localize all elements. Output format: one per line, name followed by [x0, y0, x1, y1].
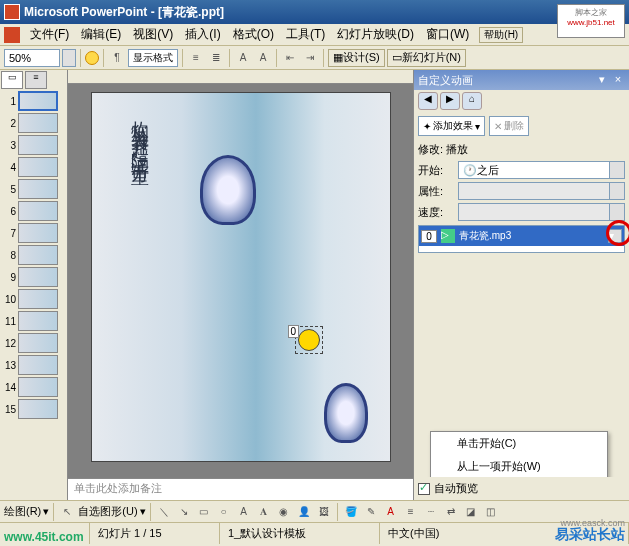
- menu-format[interactable]: 格式(O): [227, 26, 280, 43]
- context-menu: 单击开始(C) 从上一项开始(W) 🕐从上一项之后开始(A) 效果选项(E)..…: [430, 431, 608, 477]
- picture-icon[interactable]: 🖼: [315, 503, 333, 521]
- thumbnail-row[interactable]: 14: [0, 376, 67, 398]
- thumbnail-row[interactable]: 15: [0, 398, 67, 420]
- thumbnail-row[interactable]: 13: [0, 354, 67, 376]
- slide-canvas[interactable]: 炊烟袅袅升起 隔江千万里 0: [91, 92, 391, 462]
- thumbnail-row[interactable]: 10: [0, 288, 67, 310]
- auto-preview-checkbox[interactable]: [418, 483, 430, 495]
- audio-object[interactable]: [298, 329, 320, 351]
- vase-image-1: [200, 155, 256, 225]
- line-style-icon[interactable]: ≡: [402, 503, 420, 521]
- animation-item[interactable]: 0 ▷ 青花瓷.mp3 ▾: [419, 226, 624, 246]
- menu-slideshow[interactable]: 幻灯片放映(D): [331, 26, 420, 43]
- menu-window[interactable]: 窗口(W): [420, 26, 475, 43]
- draw-menu[interactable]: 绘图(R): [4, 504, 41, 519]
- toolbar: 50% ¶ 显示格式 ≡ ≣ A A ⇤ ⇥ ▦ 设计(S) ▭ 新幻灯片(N): [0, 46, 629, 70]
- menubar-icon: [4, 27, 20, 43]
- watermark-overlay: 脚本之家 www.jb51.net: [557, 4, 625, 38]
- thumbnail-row[interactable]: 11: [0, 310, 67, 332]
- arrow-style-icon[interactable]: ⇄: [442, 503, 460, 521]
- footer-left-url: www.45it.com: [4, 530, 84, 544]
- slide-poem-text: 炊烟袅袅升起 隔江千万里: [128, 107, 152, 160]
- arrow-icon[interactable]: ↘: [175, 503, 193, 521]
- textbox-icon[interactable]: A: [235, 503, 253, 521]
- task-pane-nav: ◀ ▶ ⌂: [414, 90, 629, 112]
- line-icon[interactable]: ＼: [155, 503, 173, 521]
- fill-color-icon[interactable]: 🪣: [342, 503, 360, 521]
- menu-edit[interactable]: 编辑(E): [75, 26, 127, 43]
- nav-forward-icon[interactable]: ▶: [440, 92, 460, 110]
- menu-view[interactable]: 视图(V): [127, 26, 179, 43]
- autoshapes-menu[interactable]: 自选图形(U): [78, 504, 137, 519]
- thumbnail-row[interactable]: 6: [0, 200, 67, 222]
- zoom-combo[interactable]: 50%: [4, 49, 60, 67]
- highlight-circle-icon: [606, 220, 629, 246]
- footer-brand: 易采站长站: [555, 526, 625, 544]
- taskpane-close[interactable]: ×: [611, 73, 625, 87]
- delete-effect-button[interactable]: ✕ 删除: [489, 116, 529, 136]
- slide-editor: 炊烟袅袅升起 隔江千万里 0 单击此处添加备注: [68, 70, 413, 500]
- font-color-icon[interactable]: A: [382, 503, 400, 521]
- new-slide-button[interactable]: ▭ 新幻灯片(N): [387, 49, 466, 67]
- title-bar: Microsoft PowerPoint - [青花瓷.ppt] _ □ ×: [0, 0, 629, 24]
- line-color-icon[interactable]: ✎: [362, 503, 380, 521]
- app-icon: [4, 4, 20, 20]
- add-effect-button[interactable]: ✦ 添加效果 ▾: [418, 116, 485, 136]
- taskpane-dropdown[interactable]: ▾: [595, 73, 609, 87]
- wordart-icon[interactable]: 𝐀: [255, 503, 273, 521]
- rect-icon[interactable]: ▭: [195, 503, 213, 521]
- vase-image-2: [324, 383, 368, 443]
- 3d-icon[interactable]: ◫: [482, 503, 500, 521]
- cm-click-start[interactable]: 单击开始(C): [431, 432, 607, 455]
- outline-tab[interactable]: ≡: [25, 71, 47, 89]
- thumbnail-row[interactable]: 1: [0, 90, 67, 112]
- thumbnail-row[interactable]: 4: [0, 156, 67, 178]
- speed-label: 速度:: [418, 205, 458, 220]
- font-small-icon[interactable]: A: [254, 49, 272, 67]
- demote-icon[interactable]: ⇥: [301, 49, 319, 67]
- menu-insert[interactable]: 插入(I): [179, 26, 226, 43]
- shadow-icon[interactable]: ◪: [462, 503, 480, 521]
- show-format-icon[interactable]: ¶: [108, 49, 126, 67]
- thumbnail-row[interactable]: 8: [0, 244, 67, 266]
- property-label: 属性:: [418, 184, 458, 199]
- pointer-icon[interactable]: ↖: [58, 503, 76, 521]
- numlist-icon[interactable]: ≣: [207, 49, 225, 67]
- design-button[interactable]: ▦ 设计(S): [328, 49, 385, 67]
- menu-help-input[interactable]: 帮助(H): [479, 27, 523, 43]
- thumbnail-row[interactable]: 12: [0, 332, 67, 354]
- status-template: 1_默认设计模板: [220, 523, 380, 544]
- bullets-icon[interactable]: ≡: [187, 49, 205, 67]
- thumbnail-row[interactable]: 2: [0, 112, 67, 134]
- promote-icon[interactable]: ⇤: [281, 49, 299, 67]
- menu-tools[interactable]: 工具(T): [280, 26, 331, 43]
- thumbnail-row[interactable]: 9: [0, 266, 67, 288]
- thumbnails-panel: ▭ ≡ 123456789101112131415: [0, 70, 68, 500]
- dash-style-icon[interactable]: ┈: [422, 503, 440, 521]
- auto-preview-row: 自动预览: [414, 477, 629, 500]
- thumbnail-row[interactable]: 7: [0, 222, 67, 244]
- notes-pane[interactable]: 单击此处添加备注: [68, 478, 413, 500]
- nav-home-icon[interactable]: ⌂: [462, 92, 482, 110]
- face-icon[interactable]: [85, 51, 99, 65]
- nav-back-icon[interactable]: ◀: [418, 92, 438, 110]
- cm-from-previous[interactable]: 从上一项开始(W): [431, 455, 607, 477]
- oval-icon[interactable]: ○: [215, 503, 233, 521]
- clipart-icon[interactable]: 👤: [295, 503, 313, 521]
- thumbnail-row[interactable]: 3: [0, 134, 67, 156]
- drawing-toolbar: 绘图(R) ▾ ↖ 自选图形(U) ▾ ＼ ↘ ▭ ○ A 𝐀 ◉ 👤 🖼 🪣 …: [0, 500, 629, 522]
- font-large-icon[interactable]: A: [234, 49, 252, 67]
- thumbnail-row[interactable]: 5: [0, 178, 67, 200]
- horizontal-ruler: [68, 70, 413, 84]
- diagram-icon[interactable]: ◉: [275, 503, 293, 521]
- slides-tab[interactable]: ▭: [1, 71, 23, 89]
- menu-file[interactable]: 文件(F): [24, 26, 75, 43]
- show-format-button[interactable]: 显示格式: [128, 49, 178, 67]
- start-select[interactable]: 🕐 之后: [458, 161, 625, 179]
- modify-label: 修改: 播放: [418, 142, 625, 157]
- status-slide: 幻灯片 1 / 15: [90, 523, 220, 544]
- zoom-dropdown[interactable]: [62, 49, 76, 67]
- window-title: Microsoft PowerPoint - [青花瓷.ppt]: [24, 4, 561, 21]
- animation-list[interactable]: 0 ▷ 青花瓷.mp3 ▾: [418, 225, 625, 253]
- animation-badge: 0: [288, 325, 300, 338]
